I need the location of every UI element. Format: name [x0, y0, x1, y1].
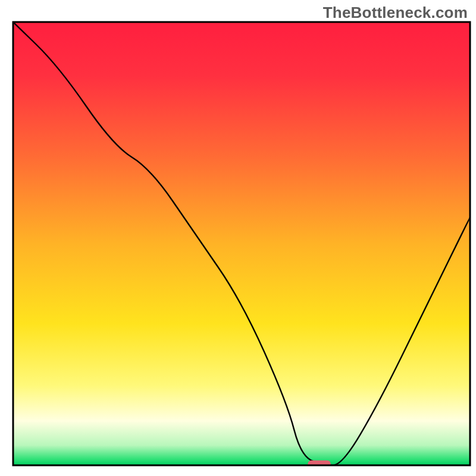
plot-area: [13, 22, 470, 470]
chart-container: TheBottleneck.com: [0, 0, 476, 476]
chart-svg: [0, 0, 476, 476]
watermark-text: TheBottleneck.com: [323, 4, 468, 22]
plot-background: [13, 22, 470, 465]
